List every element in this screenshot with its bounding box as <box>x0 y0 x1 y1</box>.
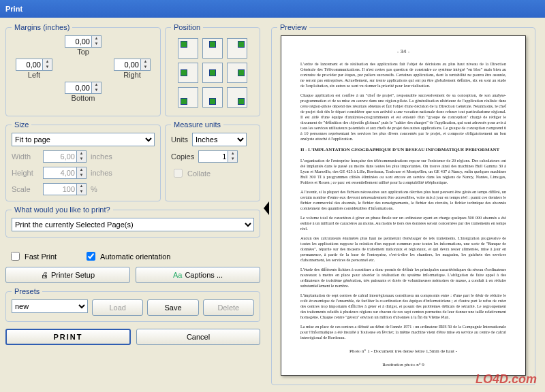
margins-group: Margins (inches) ▲▼ Top ▲▼ Left ▲▼ <box>5 23 161 116</box>
preview-para: Chaque application est confiée à un "che… <box>300 93 506 142</box>
units-label: Units <box>171 135 188 144</box>
auto-orient-label: Automatic orientation <box>100 252 170 261</box>
preview-legend: Preview <box>277 23 309 31</box>
preview-page: - 34 - L'ordre de lancement et de réalis… <box>281 35 526 376</box>
height-spinner: ▲▼ <box>43 167 87 179</box>
preview-footer: Photo n° 1 - Document très dense lettre … <box>300 348 506 354</box>
size-group: Size Fit to page Width▲▼inches Height▲▼i… <box>5 120 161 201</box>
height-label: Height <box>12 169 39 177</box>
measure-group: Measure units UnitsInches Copies▲▼ Colla… <box>165 120 260 201</box>
save-button[interactable]: Save <box>147 299 198 316</box>
measure-legend: Measure units <box>171 120 223 129</box>
collapse-arrow-icon[interactable] <box>264 201 269 215</box>
what-group: What would you like to print? Print the … <box>5 206 260 238</box>
what-legend: What would you like to print? <box>12 206 113 214</box>
position-top-left[interactable] <box>178 38 198 59</box>
margin-top-spinner[interactable]: ▲▼ <box>65 35 102 48</box>
margin-left-spinner[interactable]: ▲▼ <box>16 59 52 71</box>
collate-checkbox <box>174 169 183 178</box>
position-bottom-right[interactable] <box>227 87 247 108</box>
captions-button[interactable]: AaCaptions ... <box>136 267 260 283</box>
presets-group: Presets new Load Save Delete <box>5 287 260 322</box>
position-legend: Position <box>171 23 203 31</box>
units-select[interactable]: Inches <box>192 133 247 146</box>
copies-label: Copies <box>171 152 194 161</box>
collate-label: Collate <box>187 169 211 178</box>
position-middle-left[interactable] <box>178 63 198 83</box>
window-title: Print <box>5 5 22 13</box>
page-number: - 34 - <box>300 48 506 54</box>
preview-para: L'étude des différents fichiers à consti… <box>300 267 506 289</box>
preview-para: Aucun des calculateurs énumérés plus hau… <box>300 235 506 263</box>
preview-group: Preview - 34 - L'ordre de lancement et d… <box>271 23 535 385</box>
preview-para: La mise en place de ces centres a débuté… <box>300 324 506 340</box>
right-panel: Preview - 34 - L'ordre de lancement et d… <box>266 18 541 391</box>
titlebar: Print <box>0 0 545 18</box>
copies-spinner[interactable]: ▲▼ <box>198 150 238 163</box>
position-top-center[interactable] <box>202 38 223 59</box>
preview-para: A l'avenir, si la plupart des fichiers n… <box>300 189 506 211</box>
load-button: Load <box>92 299 143 316</box>
fast-print-checkbox[interactable] <box>11 252 20 261</box>
width-spinner: ▲▼ <box>43 150 87 163</box>
what-select[interactable]: Print the currently Selected Page(s) <box>12 218 254 231</box>
margin-left-label: Left <box>16 71 52 79</box>
printer-icon: 🖨 <box>41 271 48 279</box>
position-group: Position <box>165 23 260 116</box>
presets-legend: Presets <box>12 287 42 295</box>
delete-button: Delete <box>203 299 254 316</box>
size-mode-select[interactable]: Fit to page <box>12 133 155 146</box>
watermark: LO4D.com <box>476 372 537 387</box>
width-label: Width <box>12 152 39 161</box>
cancel-button[interactable]: Cancel <box>136 329 260 345</box>
preview-para: L'ordre de lancement et de réalisation d… <box>300 61 506 88</box>
margin-right-spinner[interactable]: ▲▼ <box>114 59 151 71</box>
preview-para: L'implantation de sept centres de calcul… <box>300 293 506 320</box>
margin-bottom-label: Bottom <box>65 94 102 102</box>
margin-right-label: Right <box>114 71 151 79</box>
scale-label: Scale <box>12 185 39 193</box>
captions-icon: Aa <box>173 271 182 279</box>
margin-top-label: Top <box>65 48 102 56</box>
scale-spinner: ▲▼ <box>43 183 87 195</box>
preview-footer2: Restitution photo n° 9 <box>300 362 506 368</box>
preview-para: Le volume total de caractères à gérer en… <box>300 215 506 231</box>
printer-setup-button[interactable]: 🖨Printer Setup <box>5 267 130 283</box>
preview-section: II - L'IMPLANTATION GEOGRAPHIQUE D'UN RE… <box>300 147 506 152</box>
print-button[interactable]: PRINT <box>5 329 131 345</box>
position-middle-right[interactable] <box>227 63 247 83</box>
size-legend: Size <box>12 120 31 129</box>
preview-para: L'organisation de l'entreprise française… <box>300 158 506 185</box>
left-panel: Margins (inches) ▲▼ Top ▲▼ Left ▲▼ <box>0 18 266 391</box>
position-bottom-left[interactable] <box>178 87 198 108</box>
margin-bottom-spinner[interactable]: ▲▼ <box>65 82 102 94</box>
auto-orient-checkbox[interactable] <box>87 252 95 261</box>
presets-select[interactable]: new <box>12 299 88 313</box>
position-middle-center[interactable] <box>202 63 223 83</box>
position-top-right[interactable] <box>227 38 247 59</box>
margins-legend: Margins (inches) <box>12 23 72 31</box>
position-bottom-center[interactable] <box>202 87 223 108</box>
fast-print-label: Fast Print <box>25 252 57 261</box>
